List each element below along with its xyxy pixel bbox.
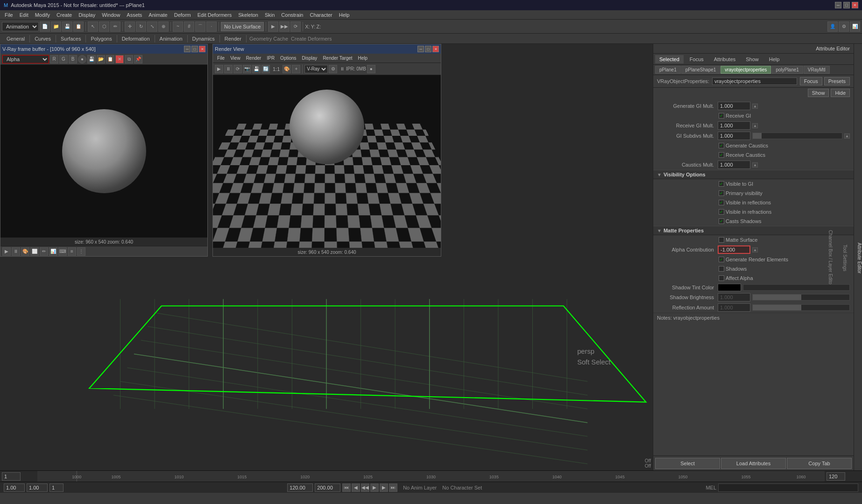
rv-btn-4[interactable]: 📷 (243, 65, 251, 73)
ae-alpha-contribution-input[interactable] (718, 245, 750, 254)
menu-deform[interactable]: Deform (171, 11, 194, 19)
sidebar-btn-3[interactable]: 📊 (850, 21, 860, 32)
rv-btn-2[interactable]: ⏸ (224, 65, 233, 73)
ae-generate-render-elements-box[interactable] (719, 257, 724, 262)
ae-generate-gi-scroll[interactable]: ▲ (752, 104, 758, 109)
rv-btn-1[interactable]: ▶ (215, 65, 223, 73)
pb-play-back[interactable]: ◀◀ (361, 483, 369, 492)
mode-dropdown[interactable]: Animation (2, 22, 39, 31)
ae-shadows-checkbox[interactable]: Shadows (719, 266, 747, 272)
fb-btn-log[interactable]: 📋 (106, 55, 114, 63)
ae-gi-subdivs-input[interactable] (718, 132, 750, 140)
menu-edit-deformers[interactable]: Edit Deformers (195, 11, 234, 19)
fb-btn-circle[interactable]: ● (78, 55, 86, 63)
tab-surfaces[interactable]: Surfaces (56, 35, 86, 42)
menu-animate[interactable]: Animate (146, 11, 170, 19)
ae-receive-caustics-box[interactable] (719, 152, 724, 158)
render-view-close[interactable]: ✕ (432, 46, 439, 52)
rv-btn-3[interactable]: ⟳ (233, 65, 242, 73)
tab-general[interactable]: General (2, 35, 30, 42)
ae-generate-gi-input[interactable] (718, 102, 750, 110)
toolbar-render-seq[interactable]: ▶▶ (279, 21, 290, 32)
toolbar-soft[interactable]: ~ (173, 21, 183, 32)
ae-visible-gi-box[interactable] (719, 181, 724, 187)
side-tab-channel-box[interactable]: Channel Box / Layer Editor (828, 230, 833, 286)
render-view-minimize[interactable]: ─ (417, 46, 424, 52)
fb-btn-open[interactable]: 📂 (97, 55, 105, 63)
toolbar-snap-point[interactable]: · (206, 21, 217, 32)
ae-generate-caustics-checkbox[interactable]: Generate Caustics (719, 143, 768, 148)
frame-input-2[interactable] (27, 483, 48, 492)
menu-edit[interactable]: Edit (17, 11, 31, 19)
ae-reflection-amount-input[interactable] (718, 303, 750, 312)
toolbar-lasso[interactable]: ⬡ (99, 21, 109, 32)
ae-gi-subdivs-slider[interactable] (752, 133, 842, 139)
render-view-maximize[interactable]: □ (425, 46, 431, 52)
ae-load-attrs-button[interactable]: Load Attributes (721, 458, 786, 469)
rv-btn-zoom-in[interactable]: + (292, 65, 300, 73)
fb-bottom-btn-3[interactable]: 🎨 (21, 247, 29, 256)
ae-node-tab-polyplane1[interactable]: polyPlane1 (771, 66, 803, 74)
ae-reflection-amount-slider[interactable] (752, 304, 850, 311)
mel-input[interactable] (718, 483, 858, 492)
ae-hide-btn[interactable]: Hide (831, 89, 850, 97)
rv-menu-view[interactable]: View (228, 55, 243, 61)
ae-select-button[interactable]: Select (655, 458, 720, 469)
tab-curves[interactable]: Curves (30, 35, 56, 42)
ae-affect-alpha-checkbox[interactable]: Affect Alpha (719, 275, 753, 281)
rv-btn-5[interactable]: 💾 (252, 65, 261, 73)
maximize-button[interactable]: □ (843, 2, 850, 8)
pb-play-fwd[interactable]: ▶ (370, 483, 379, 492)
ae-tab-help[interactable]: Help (765, 55, 784, 63)
side-tab-tool-settings[interactable]: Tool Settings (842, 245, 848, 271)
frame-input-3[interactable] (49, 483, 64, 492)
rv-menu-render-target[interactable]: Render Target (320, 55, 354, 61)
menu-modify[interactable]: Modify (32, 11, 53, 19)
rv-renderer-select[interactable]: V-Ray (304, 65, 328, 73)
rv-btn-color[interactable]: 🎨 (283, 65, 291, 73)
ae-matte-surface-checkbox[interactable]: Matte Surface (719, 237, 757, 243)
ae-visible-reflections-checkbox[interactable]: Visible in reflections (719, 200, 771, 205)
ae-shadow-brightness-slider[interactable] (752, 294, 850, 301)
fb-bottom-btn-4[interactable]: ⬜ (30, 247, 39, 256)
pb-next-frame[interactable]: ▶ (380, 483, 388, 492)
toolbar-render[interactable]: ▶ (268, 21, 278, 32)
toolbar-select[interactable]: ↖ (88, 21, 98, 32)
rv-btn-last[interactable]: ● (367, 65, 375, 73)
pb-goto-start[interactable]: ⏮ (342, 483, 351, 492)
rv-menu-options[interactable]: Options (278, 55, 298, 61)
ae-generate-caustics-box[interactable] (719, 143, 724, 148)
fb-bottom-btn-2[interactable]: ⏸ (12, 247, 20, 256)
ae-shadows-box[interactable] (719, 266, 724, 272)
fb-btn-3[interactable]: B (69, 55, 77, 63)
minimize-button[interactable]: ─ (835, 2, 841, 8)
ae-casts-shadows-box[interactable] (719, 218, 724, 224)
frame-input-5[interactable] (315, 483, 340, 492)
ae-visibility-section[interactable]: ▼ Visibility Options (653, 170, 854, 179)
ae-show-btn[interactable]: Show (808, 89, 829, 97)
tab-animation[interactable]: Animation (155, 35, 188, 42)
menu-assets[interactable]: Assets (124, 11, 145, 19)
pb-prev-frame[interactable]: ◀ (352, 483, 360, 492)
ae-visible-reflections-box[interactable] (719, 200, 724, 205)
ae-copy-tab-button[interactable]: Copy Tab (787, 458, 852, 469)
menu-display[interactable]: Display (76, 11, 98, 19)
ae-tab-show[interactable]: Show (742, 55, 763, 63)
menu-skeleton[interactable]: Skeleton (235, 11, 261, 19)
toolbar-scale[interactable]: ⤡ (147, 21, 157, 32)
ae-alpha-contribution-scroll[interactable]: ▲ (752, 247, 758, 252)
ae-shadow-brightness-input[interactable] (718, 293, 750, 301)
toolbar-snap-grid[interactable]: # (184, 21, 194, 32)
toolbar-btn-3[interactable]: 💾 (62, 21, 72, 32)
ae-receive-gi-box[interactable] (719, 113, 724, 119)
sidebar-btn-1[interactable]: 👤 (827, 21, 838, 32)
ae-tab-focus[interactable]: Focus (685, 55, 708, 63)
tab-dynamics[interactable]: Dynamics (188, 35, 220, 42)
frame-input-4[interactable] (287, 483, 313, 492)
menu-skin[interactable]: Skin (262, 11, 277, 19)
fb-bottom-btn-7[interactable]: ⌨ (58, 247, 67, 256)
vray-fb-minimize[interactable]: ─ (184, 46, 191, 52)
ae-visible-refractions-checkbox[interactable]: Visible in refractions (719, 209, 771, 215)
tab-deformation[interactable]: Deformation (117, 35, 155, 42)
fb-bottom-btn-9[interactable]: ⋮ (77, 247, 85, 256)
